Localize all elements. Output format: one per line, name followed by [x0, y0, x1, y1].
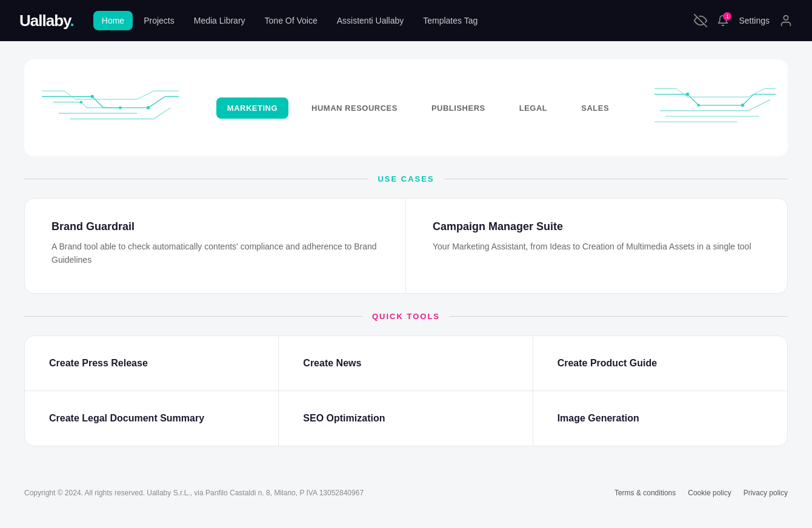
svg-line-3 — [92, 97, 103, 108]
heading-line-right — [444, 179, 788, 179]
heading-line-left — [24, 179, 368, 179]
svg-point-15 — [80, 101, 83, 104]
quick-tool-card-3[interactable]: Create Legal Document Summary — [25, 391, 279, 446]
notification-bell-button[interactable]: 1 — [717, 15, 729, 27]
hero-tab-publishers[interactable]: PUBLISHERS — [421, 97, 496, 119]
hero-tab-sales[interactable]: SALES — [570, 97, 620, 119]
qt-heading-line-left — [24, 316, 362, 317]
eye-slash-button[interactable] — [694, 14, 707, 27]
quick-tool-label: Create Product Guide — [557, 358, 763, 369]
svg-line-25 — [742, 94, 753, 105]
nav-link-tone-of-voice[interactable]: Tone Of Voice — [256, 11, 326, 30]
use-case-card-0[interactable]: Brand GuardrailA Brand tool able to chec… — [25, 199, 406, 293]
hero-tabs: MARKETINGHUMAN RESOURCESPUBLISHERSLEGALS… — [182, 97, 654, 119]
quick-tool-label: Create Press Release — [49, 358, 254, 369]
svg-line-23 — [688, 94, 699, 105]
svg-point-38 — [697, 104, 700, 107]
svg-line-18 — [64, 91, 75, 99]
hero-tab-legal[interactable]: LEGAL — [508, 97, 559, 119]
brand-logo[interactable]: Uallaby. — [19, 12, 74, 30]
quick-tool-card-5[interactable]: Image Generation — [533, 391, 787, 446]
qt-heading-line-right — [450, 316, 788, 317]
hero-decor-left — [24, 85, 182, 130]
footer-link-terms-&-conditions[interactable]: Terms & conditions — [614, 489, 676, 497]
quick-tool-card-4[interactable]: SEO Optimization — [279, 391, 533, 446]
quick-tool-card-0[interactable]: Create Press Release — [25, 336, 279, 391]
svg-line-12 — [154, 108, 171, 119]
use-case-desc: Your Marketing Assistant, from Ideas to … — [433, 240, 760, 254]
hero-tab-human-resources[interactable]: HUMAN RESOURCES — [301, 97, 408, 119]
quick-tools-heading: QUICK TOOLS — [24, 312, 788, 321]
quick-tool-label: Create Legal Document Summary — [49, 413, 254, 424]
nav-link-templates-tag[interactable]: Templates Tag — [414, 11, 486, 30]
nav-link-home[interactable]: Home — [93, 11, 133, 30]
svg-point-1 — [784, 16, 788, 20]
svg-point-36 — [686, 93, 689, 96]
svg-line-5 — [148, 97, 165, 108]
quick-tool-label: SEO Optimization — [303, 413, 508, 424]
hero-tab-marketing[interactable]: MARKETING — [216, 97, 288, 119]
use-cases-grid: Brand GuardrailA Brand tool able to chec… — [24, 198, 788, 294]
notification-badge: 1 — [723, 12, 731, 21]
svg-point-16 — [119, 107, 122, 110]
hero-decor-right — [654, 86, 788, 130]
quick-tool-card-1[interactable]: Create News — [279, 336, 533, 391]
quick-tool-label: Image Generation — [557, 413, 763, 424]
footer: Copyright © 2024. All rights reserved. U… — [12, 489, 800, 509]
use-case-title: Campaign Manager Suite — [433, 220, 760, 233]
user-profile-button[interactable] — [779, 14, 793, 27]
svg-point-14 — [147, 106, 150, 110]
nav-link-projects[interactable]: Projects — [135, 11, 183, 30]
svg-line-28 — [676, 88, 687, 97]
nav-link-assistenti-uallaby[interactable]: Assistenti Uallaby — [328, 11, 413, 30]
svg-point-37 — [741, 104, 744, 107]
navbar: Uallaby. HomeProjectsMedia LibraryTone O… — [0, 0, 812, 41]
svg-point-13 — [91, 95, 95, 99]
nav-right: 1 Settings — [694, 14, 793, 27]
nav-links: HomeProjectsMedia LibraryTone Of VoiceAs… — [93, 11, 694, 30]
footer-links: Terms & conditionsCookie policyPrivacy p… — [614, 489, 788, 497]
hero-section: MARKETINGHUMAN RESOURCESPUBLISHERSLEGALS… — [24, 59, 788, 156]
footer-copyright: Copyright © 2024. All rights reserved. U… — [24, 489, 364, 497]
use-cases-label: USE CASES — [378, 174, 434, 183]
quick-tool-label: Create News — [303, 358, 508, 369]
settings-link[interactable]: Settings — [739, 16, 770, 25]
footer-link-cookie-policy[interactable]: Cookie policy — [688, 489, 731, 497]
footer-link-privacy-policy[interactable]: Privacy policy — [744, 489, 788, 497]
use-case-desc: A Brand tool able to check automatically… — [52, 240, 379, 266]
use-case-title: Brand Guardrail — [52, 220, 379, 233]
svg-line-20 — [137, 91, 154, 99]
use-cases-heading: USE CASES — [24, 174, 788, 183]
svg-line-33 — [748, 99, 770, 110]
main-content: MARKETINGHUMAN RESOURCESPUBLISHERSLEGALS… — [12, 41, 800, 489]
quick-tool-card-2[interactable]: Create Product Guide — [533, 336, 787, 391]
use-case-card-1[interactable]: Campaign Manager SuiteYour Marketing Ass… — [406, 199, 787, 293]
quick-tools-grid: Create Press ReleaseCreate NewsCreate Pr… — [24, 335, 788, 446]
quick-tools-label: QUICK TOOLS — [372, 312, 440, 321]
svg-line-30 — [748, 88, 765, 97]
nav-link-media-library[interactable]: Media Library — [185, 11, 254, 30]
